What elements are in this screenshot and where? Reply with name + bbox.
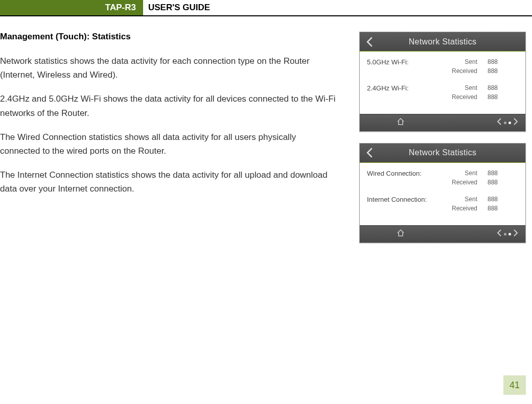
stat-value: 888 [477,58,498,67]
stat-value: 888 [477,195,498,204]
stat-key: Sent [440,58,477,67]
home-icon[interactable] [397,117,405,128]
paragraph: 2.4GHz and 5.0GHz Wi-Fi shows the data a… [0,92,337,120]
chevron-right-icon[interactable] [513,117,518,128]
pager[interactable] [497,229,518,240]
page-dot [504,122,506,124]
home-icon[interactable] [397,229,405,239]
page-dot-active [508,122,511,124]
back-icon[interactable] [360,37,379,47]
doc-header: TAP-R3 USER'S GUIDE [0,0,532,16]
device-screenshot: Network Statistics Wired Connection: Sen… [359,143,526,243]
paragraph: The Wired Connection statistics shows al… [0,130,337,158]
screen-header: Network Statistics [360,144,525,163]
stat-value: 888 [477,169,498,178]
screenshots: Network Statistics 5.0GHz Wi-Fi: Sent 88… [359,32,532,254]
page-number: 41 [503,375,526,395]
stat-key: Received [440,204,477,213]
stat-value: 888 [477,204,498,213]
stat-label-empty [367,204,440,213]
stat-key: Received [440,93,477,102]
stat-key: Received [440,178,477,187]
stat-key: Sent [440,84,477,93]
chevron-left-icon[interactable] [497,117,502,128]
section-title: Management (Touch): Statistics [0,32,349,42]
stat-label-empty [367,178,440,187]
stat-label: 5.0GHz Wi-Fi: [367,58,440,67]
chevron-right-icon[interactable] [513,229,518,240]
stat-value: 888 [477,178,498,187]
stat-value: 888 [477,84,498,93]
stat-label-empty [367,93,440,102]
screen-body: Wired Connection: Sent 888 Received 888 … [360,163,525,225]
guide-title: USER'S GUIDE [143,0,215,15]
screen-footer [360,114,525,131]
back-icon[interactable] [360,148,379,158]
stat-label: 2.4GHz Wi-Fi: [367,84,440,93]
stat-value: 888 [477,67,498,76]
screen-body: 5.0GHz Wi-Fi: Sent 888 Received 888 2.4G… [360,52,525,114]
stat-block: 2.4GHz Wi-Fi: Sent 888 Received 888 [367,84,518,102]
device-screenshot: Network Statistics 5.0GHz Wi-Fi: Sent 88… [359,32,526,132]
body-text: Management (Touch): Statistics Network s… [0,32,359,254]
page-dot-active [508,233,511,235]
stat-label: Wired Connection: [367,169,440,178]
stat-key: Sent [440,169,477,178]
paragraph: The Internet Connection statistics shows… [0,168,337,196]
screen-title: Network Statistics [379,148,525,157]
stat-value: 888 [477,93,498,102]
stat-block: 5.0GHz Wi-Fi: Sent 888 Received 888 [367,58,518,76]
paragraph: Network statistics shows the data activi… [0,54,337,82]
product-name: TAP-R3 [105,3,136,13]
stat-label: Internet Connection: [367,195,440,204]
stat-key: Sent [440,195,477,204]
product-badge: TAP-R3 [0,0,143,15]
stat-label-empty [367,67,440,76]
pager[interactable] [497,117,518,128]
stat-key: Received [440,67,477,76]
stat-block: Wired Connection: Sent 888 Received 888 [367,169,518,187]
screen-footer [360,225,525,243]
page-dot [504,233,506,235]
screen-title: Network Statistics [379,37,525,46]
screen-header: Network Statistics [360,32,525,52]
stat-block: Internet Connection: Sent 888 Received 8… [367,195,518,213]
chevron-left-icon[interactable] [497,229,502,240]
